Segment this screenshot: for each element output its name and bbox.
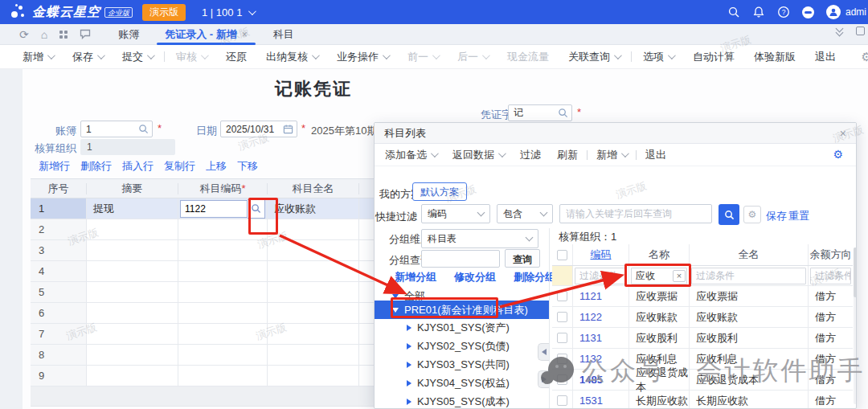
add-group-link[interactable]: 新增分组 (395, 270, 436, 284)
account-row[interactable]: 1131应收股利应收股利借方 (552, 328, 853, 349)
splitter-collapse-left-handle[interactable] (538, 343, 549, 361)
account-row[interactable]: 1531长期应收款长期应收款借方 (552, 391, 853, 409)
tree-collapsed-icon[interactable] (407, 343, 411, 350)
tree-node-liability[interactable]: KJYS02_SYS(负债) (407, 339, 510, 354)
toolbar-auto-calc[interactable]: 自动计算 (693, 50, 735, 64)
tab-account[interactable]: 科目 (260, 24, 307, 45)
row-checkbox[interactable] (557, 312, 567, 322)
date-input[interactable] (221, 124, 283, 135)
account-row[interactable]: 1132应收利息应收利息借方 (552, 349, 853, 370)
grid-row-empty[interactable]: 9 (31, 366, 374, 387)
row-checkbox[interactable] (557, 291, 567, 301)
direction-filter-input[interactable] (810, 268, 851, 284)
reset-link[interactable]: 重置 (788, 209, 809, 223)
row-checkbox[interactable] (557, 354, 567, 364)
tree-collapsed-icon[interactable] (407, 362, 411, 368)
code-filter-input[interactable] (575, 268, 627, 284)
grid-row-1[interactable]: 1 提现 应收账款 (31, 198, 374, 219)
tree-node-asset[interactable]: KJYS01_SYS(资产) (407, 321, 510, 335)
toolbar-restore[interactable]: 还原 (226, 50, 247, 64)
toolbar-options[interactable]: 选项 (643, 50, 674, 64)
exit-button[interactable]: 退出 (645, 148, 666, 162)
select-all-checkbox[interactable] (557, 250, 567, 260)
grid-row-empty[interactable]: 4 (31, 261, 374, 282)
apps-grid-icon[interactable] (59, 31, 68, 39)
tree-node-common[interactable]: KJYS03_SYS(共同) (407, 358, 510, 372)
user-name[interactable]: admi (845, 6, 866, 18)
voucher-word-input[interactable] (509, 108, 558, 119)
toolbar-try-new[interactable]: 体验新版 (754, 50, 796, 64)
book-field[interactable] (80, 121, 153, 137)
expand-icon[interactable] (856, 27, 865, 35)
search-icon[interactable] (558, 108, 568, 118)
toolbar-cashier-review[interactable]: 出纳复核 (266, 50, 317, 64)
edit-group-link[interactable]: 修改分组 (454, 270, 496, 284)
add-candidate-button[interactable]: 添加备选 (385, 148, 436, 162)
filter-field-select[interactable]: 编码 (421, 204, 490, 223)
search-icon[interactable] (727, 6, 740, 18)
group-query-button[interactable]: 查询 (505, 249, 540, 268)
move-up-link[interactable]: 上移 (206, 159, 227, 174)
grid-row-empty[interactable]: 8 (31, 345, 374, 366)
move-down-link[interactable]: 下移 (237, 159, 258, 174)
filter-button[interactable]: 过滤 (520, 148, 541, 162)
save-link[interactable]: 保存 (766, 209, 787, 223)
book-input[interactable] (81, 124, 138, 135)
copy-row-link[interactable]: 复制行 (164, 159, 195, 174)
refresh-button[interactable]: 刷新 (557, 148, 578, 162)
toolbar-business-ops[interactable]: 业务操作 (337, 50, 388, 64)
table-scrollbar[interactable] (854, 247, 857, 404)
toolbar-submit[interactable]: 提交 (122, 50, 153, 64)
group-query-input[interactable] (421, 250, 500, 268)
grid-row-empty[interactable]: 7 (31, 324, 374, 345)
grid-row-empty[interactable]: 3 (31, 240, 374, 261)
fullname-filter-input[interactable] (691, 268, 806, 284)
help-icon[interactable]: ? (777, 6, 790, 18)
tree-node-cost[interactable]: KJYS05_SYS(成本) (407, 395, 510, 409)
search-icon[interactable] (138, 124, 149, 134)
new-button[interactable]: 新增 (596, 148, 627, 162)
filter-operator-select[interactable]: 包含 (497, 204, 553, 223)
do-not-disturb-icon[interactable] (802, 6, 814, 18)
voucher-word-field[interactable] (508, 104, 572, 121)
collapse-double-chevron-icon[interactable] (835, 27, 845, 36)
search-button[interactable] (719, 204, 739, 225)
message-icon[interactable] (80, 29, 91, 39)
gear-icon[interactable]: ⚙ (833, 148, 843, 161)
insert-row-link[interactable]: 插入行 (122, 159, 154, 174)
calendar-icon[interactable] (283, 124, 293, 134)
notification-bell-icon[interactable] (752, 6, 765, 18)
header-code[interactable]: 编码 (573, 244, 629, 265)
return-data-button[interactable]: 返回数据 (452, 148, 504, 162)
grid-row-empty[interactable]: 6 (31, 303, 374, 324)
account-row[interactable]: 1121应收票据应收票据借方 (552, 286, 853, 307)
row-checkbox[interactable] (557, 395, 567, 406)
row-summary-cell[interactable]: 提现 (87, 198, 178, 219)
row-checkbox[interactable] (557, 333, 567, 343)
date-field[interactable] (220, 121, 297, 137)
close-icon[interactable]: × (840, 127, 846, 140)
toolbar-new[interactable]: 新增 (23, 50, 53, 64)
keyword-search-input[interactable] (559, 204, 712, 223)
default-plan-button[interactable]: 默认方案 (412, 182, 467, 201)
toolbar-related-query[interactable]: 关联查询 (568, 50, 620, 64)
avatar[interactable] (826, 5, 841, 19)
home-icon[interactable]: ⌂ (41, 29, 47, 40)
filter-settings-gear-icon[interactable]: ⚙ (743, 206, 761, 223)
org-switcher[interactable]: 1 | 100 1 (202, 6, 254, 18)
splitter-collapse-right-handle[interactable] (538, 370, 549, 388)
grid-row-empty[interactable]: 2 (31, 219, 374, 240)
gear-icon[interactable]: ⚙ (862, 50, 868, 64)
toolbar-exit[interactable]: 退出 (815, 50, 836, 64)
row-checkbox[interactable] (557, 374, 567, 385)
tree-collapsed-icon[interactable] (407, 399, 411, 405)
account-code-input[interactable] (180, 200, 248, 218)
tree-node-equity[interactable]: KJYS04_SYS(权益) (407, 376, 510, 391)
account-row[interactable]: 1485应收退货成本应收退货成本借方 (552, 370, 853, 391)
grid-row-empty[interactable]: 5 (31, 282, 374, 303)
tree-collapsed-icon[interactable] (407, 380, 411, 387)
delete-row-link[interactable]: 删除行 (80, 159, 112, 174)
header-balance-direction[interactable]: 余额方向 (809, 244, 853, 265)
account-row[interactable]: 1122应收账款应收账款借方 (552, 307, 853, 328)
tab-ledger[interactable]: 账簿 (105, 24, 152, 45)
